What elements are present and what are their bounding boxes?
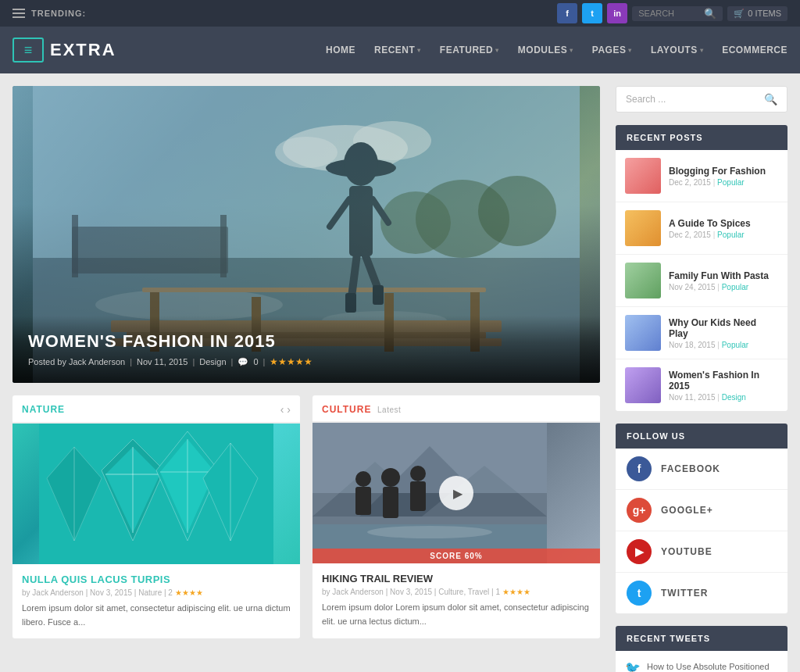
follow-facebook[interactable]: f FACEBOOK (616, 449, 788, 490)
recent-post-title-2: A Guide To Spices (669, 218, 778, 229)
top-bar: TRENDING: f t in 🔍 🛒 0 ITEMS (0, 0, 800, 27)
card-nature-nav: ‹ › (280, 403, 291, 416)
follow-twitter[interactable]: t TWITTER (616, 573, 788, 613)
card-culture-tags: Culture, Travel (438, 588, 489, 596)
googleplus-icon: g+ (627, 498, 652, 523)
hero-date: Nov 11, 2015 (137, 357, 188, 366)
trending-label: TRENDING: (31, 9, 86, 18)
top-bar-right: f t in 🔍 🛒 0 ITEMS (557, 3, 788, 23)
twitter-label: TWITTER (661, 588, 708, 599)
recent-post-meta-5: Nov 11, 2015 | Design (669, 393, 778, 402)
hero-meta: Posted by Jack Anderson | Nov 11, 2015 |… (28, 356, 584, 367)
sidebar: 🔍 RECENT POSTS Blogging For Fashion Dec … (616, 86, 788, 672)
twitter-icon: t (627, 581, 652, 606)
follow-googleplus[interactable]: g+ GOOGLE+ (616, 490, 788, 531)
main-wrap: WOMEN'S FASHION IN 2015 Posted by Jack A… (0, 73, 800, 672)
top-search-input[interactable] (638, 9, 701, 18)
card-prev-btn[interactable]: ‹ (280, 403, 284, 416)
twitter-top-btn[interactable]: t (582, 3, 602, 23)
header: ≡ EXTRA HOME RECENT ▾ FEATURED ▾ MODULES… (0, 27, 800, 73)
svg-rect-28 (345, 293, 356, 313)
recent-post-3[interactable]: Family Fun With Pasta Nov 24, 2015 | Pop… (616, 255, 788, 307)
svg-point-52 (355, 471, 371, 487)
hamburger-icon[interactable] (12, 9, 25, 18)
recent-post-1[interactable]: Blogging For Fashion Dec 2, 2015 | Popul… (616, 150, 788, 202)
nav-featured[interactable]: FEATURED ▾ (440, 45, 499, 55)
recent-post-meta-3: Nov 24, 2015 | Popular (669, 283, 778, 291)
recent-post-4[interactable]: Why Our Kids Need Play Nov 18, 2015 | Po… (616, 307, 788, 359)
svg-rect-53 (355, 487, 371, 515)
logo: ≡ EXTRA (12, 38, 116, 63)
recent-tweets-title: RECENT TWEETS (616, 626, 788, 651)
nav-ecommerce[interactable]: ECOMMERCE (722, 45, 788, 55)
card-nature-comments: 2 (168, 588, 173, 597)
recent-post-info-4: Why Our Kids Need Play Nov 18, 2015 | Po… (669, 317, 778, 349)
play-button[interactable]: ▶ (439, 476, 473, 510)
card-next-btn[interactable]: › (287, 403, 291, 416)
recent-post-thumb-1 (625, 158, 661, 194)
svg-rect-51 (410, 481, 426, 511)
tweet-item: 🐦 How to Use Absolute Positioned Image M… (616, 651, 788, 672)
follow-us-title: FOLLOW US (616, 424, 788, 449)
svg-point-20 (275, 137, 338, 168)
recent-post-5[interactable]: Women's Fashion In 2015 Nov 11, 2015 | D… (616, 359, 788, 411)
facebook-label: FACEBOOK (661, 463, 720, 474)
nav-recent[interactable]: RECENT ▾ (374, 45, 421, 55)
hero-section: WOMEN'S FASHION IN 2015 Posted by Jack A… (12, 86, 600, 383)
hero-title: WOMEN'S FASHION IN 2015 (28, 331, 584, 352)
nav-modules[interactable]: MODULES ▾ (518, 45, 573, 55)
card-nature-excerpt: Lorem ipsum dolor sit amet, consectetur … (22, 602, 291, 629)
instagram-top-btn[interactable]: in (607, 3, 627, 23)
svg-rect-13 (72, 215, 78, 277)
cart-button[interactable]: 🛒 0 ITEMS (727, 6, 788, 21)
recent-post-info-2: A Guide To Spices Dec 2, 2015 | Popular (669, 218, 778, 239)
sidebar-recent-tweets: RECENT TWEETS 🐦 How to Use Absolute Posi… (616, 626, 788, 672)
svg-point-48 (381, 468, 400, 487)
card-nature-stars: ★★★★ (175, 588, 203, 597)
card-culture-category: CULTURE (322, 404, 371, 415)
sidebar-search-icon: 🔍 (764, 93, 777, 105)
nav-home[interactable]: HOME (326, 45, 355, 55)
sidebar-search-input[interactable] (626, 94, 759, 105)
follow-youtube[interactable]: ▶ YOUTUBE (616, 531, 788, 573)
svg-rect-29 (373, 285, 384, 305)
card-nature-category: NATURE (22, 404, 65, 415)
card-culture-comments: 1 (495, 588, 500, 596)
svg-line-26 (352, 254, 357, 297)
svg-point-16 (478, 176, 556, 246)
recent-post-title-1: Blogging For Fashion (669, 166, 778, 177)
recent-post-info-3: Family Fun With Pasta Nov 24, 2015 | Pop… (669, 270, 778, 291)
main-nav: HOME RECENT ▾ FEATURED ▾ MODULES ▾ PAGES… (326, 45, 788, 55)
recent-post-thumb-4 (625, 315, 661, 351)
svg-rect-12 (72, 227, 228, 273)
nav-pages[interactable]: PAGES ▾ (592, 45, 632, 55)
card-culture-image: ▶ SCORE 60% (312, 423, 600, 563)
trending-section: TRENDING: (12, 9, 86, 18)
card-nature-meta: by Jack Anderson | Nov 3, 2015 | Nature … (22, 588, 291, 597)
search-icon: 🔍 (704, 8, 716, 20)
svg-point-55 (367, 526, 492, 538)
card-nature: NATURE ‹ › (12, 395, 300, 638)
svg-rect-14 (220, 215, 227, 277)
logo-text: EXTRA (50, 40, 116, 60)
svg-rect-49 (383, 487, 398, 518)
recent-post-title-4: Why Our Kids Need Play (669, 317, 778, 339)
tweet-body: How to Use Absolute Positioned Image Mod… (647, 660, 778, 672)
hero-overlay: WOMEN'S FASHION IN 2015 Posted by Jack A… (12, 316, 600, 383)
youtube-icon: ▶ (627, 539, 652, 564)
card-nature-date: Nov 3, 2015 (90, 588, 132, 597)
card-nature-header: NATURE ‹ › (12, 395, 300, 424)
nav-layouts[interactable]: LAYOUTS ▾ (651, 45, 703, 55)
card-culture-date: Nov 3, 2015 (390, 588, 432, 596)
facebook-top-btn[interactable]: f (557, 3, 577, 23)
recent-post-title-3: Family Fun With Pasta (669, 270, 778, 281)
youtube-label: YOUTUBE (661, 546, 712, 557)
top-search-bar[interactable]: 🔍 (632, 6, 723, 21)
recent-post-2[interactable]: A Guide To Spices Dec 2, 2015 | Popular (616, 202, 788, 255)
recent-post-meta-2: Dec 2, 2015 | Popular (669, 231, 778, 239)
card-grid: NATURE ‹ › (12, 395, 600, 638)
recent-post-thumb-5 (625, 367, 661, 403)
hero-posted: Posted by Jack Anderson (28, 357, 125, 366)
sidebar-search[interactable]: 🔍 (616, 86, 788, 113)
hero-comments: 0 (253, 357, 258, 366)
